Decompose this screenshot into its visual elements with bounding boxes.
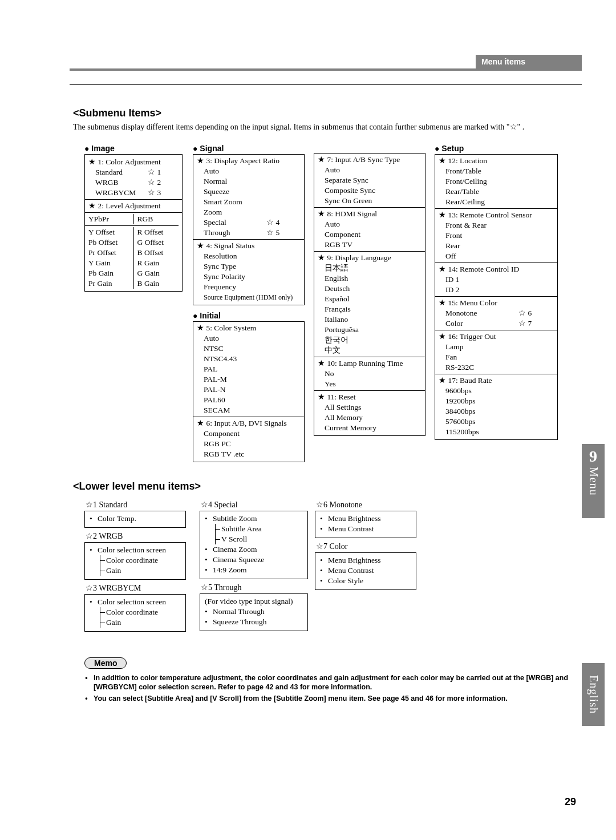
lang-ja: 日本語: [318, 263, 422, 273]
memo-note-1: In addition to color temperature adjustm…: [94, 673, 573, 692]
reset-allmem: All Memory: [318, 413, 422, 423]
trig-fan: Fan: [439, 352, 554, 362]
l3-cc: Color coordinate: [106, 607, 181, 617]
side-tab-chapter: 9 Menu: [582, 444, 605, 518]
image-heading: ● Image: [84, 144, 183, 153]
thin-rule-top: [70, 84, 582, 85]
pb-offset: Pb Offset: [88, 237, 131, 248]
ss-synctype: Sync Type: [197, 261, 301, 272]
dvi-component: Component: [197, 429, 301, 439]
star11: ★ 11: Reset: [318, 392, 422, 402]
b-gain: B Gain: [137, 278, 177, 289]
img-std-mark: ☆ 1: [148, 168, 161, 176]
l2-gain: Gain: [106, 566, 181, 576]
lang-pt: Portuguêsa: [318, 325, 422, 335]
reset-cur: Current Memory: [318, 423, 422, 433]
l4-cinezoom: Cinema Zoom: [205, 544, 303, 555]
star1: ★ 1: Color Adjustment: [88, 156, 179, 167]
loc-rt: Rear/Table: [439, 187, 554, 197]
baud-115200: 115200bps: [439, 427, 554, 437]
l3-gain: Gain: [106, 617, 181, 628]
rcid-2: ID 2: [439, 285, 554, 295]
lang-de: Deutsch: [318, 284, 422, 294]
l2-css: Color selection screen: [98, 546, 166, 554]
l5-normal: Normal Through: [205, 607, 303, 617]
l7-contrast: Menu Contrast: [320, 566, 411, 576]
pr-offset: Pr Offset: [88, 248, 131, 258]
star15: ★ 15: Menu Color: [439, 298, 554, 308]
baud-9600: 9600bps: [439, 386, 554, 396]
l4-149: 14:9 Zoom: [205, 565, 303, 575]
reset-all: All Settings: [318, 402, 422, 413]
header-rule: [70, 68, 582, 71]
l6-bright: Menu Brightness: [320, 514, 411, 524]
lamp-yes: Yes: [318, 379, 422, 389]
memo-badge: Memo: [84, 657, 127, 669]
ss-syncpol: Sync Polarity: [197, 272, 301, 282]
star5: ★ 5: Color System: [197, 323, 301, 333]
aspect-auto: Auto: [197, 166, 301, 176]
l2-cc: Color coordinate: [106, 555, 181, 566]
lang-label: English: [587, 675, 600, 714]
mc-color-mark: ☆ 7: [518, 319, 532, 328]
trig-lamp: Lamp: [439, 342, 554, 352]
hdmi-comp: Component: [318, 229, 422, 240]
mc-mono: Monotone: [445, 308, 518, 318]
lamp-no: No: [318, 369, 422, 379]
l1-colortemp: Color Temp.: [90, 514, 181, 524]
aspect-smartzoom: Smart Zoom: [197, 197, 301, 207]
lang-ko: 한국어: [318, 335, 422, 345]
rcs-r: Rear: [439, 241, 554, 251]
r-offset: R Offset: [137, 227, 177, 237]
img-wrgbycm-mark: ☆ 3: [148, 188, 161, 197]
sync-auto: Auto: [318, 165, 422, 175]
ss-freq: Frequency: [197, 282, 301, 292]
loc-ft: Front/Table: [439, 166, 554, 176]
l4-vscroll: V Scroll: [221, 534, 303, 544]
l4-subarea: Subtitle Area: [221, 524, 303, 534]
star13: ★ 13: Remote Control Sensor: [439, 210, 554, 220]
l6-title: ☆6 Monotone: [316, 500, 416, 510]
section-intro: The submenus display different items dep…: [73, 122, 573, 132]
baud-19200: 19200bps: [439, 396, 554, 406]
side-tab-lang: English: [582, 663, 605, 726]
star12: ★ 12: Location: [439, 156, 554, 166]
l2-title: ☆2 WRGB: [86, 531, 186, 541]
dvi-rgbpc: RGB PC: [197, 439, 301, 449]
baud-38400: 38400bps: [439, 406, 554, 417]
l3-title: ☆3 WRGBYCM: [86, 583, 186, 593]
chapter-name: Menu: [587, 467, 600, 502]
l7-bright: Menu Brightness: [320, 555, 411, 566]
ss-srceq: Source Equipment (HDMI only): [197, 292, 301, 302]
star2: ★ 2: Level Adjustment: [88, 201, 179, 211]
y-offset: Y Offset: [88, 227, 131, 237]
memo-note-2: You can select [Subtitle Area] and [V Sc…: [94, 694, 573, 703]
hdmi-auto: Auto: [318, 219, 422, 229]
aspect-through: Through: [204, 228, 266, 238]
aspect-special-mark: ☆ 4: [266, 218, 279, 227]
pb-gain: Pb Gain: [88, 268, 131, 278]
g-offset: G Offset: [137, 237, 177, 248]
rcs-f: Front: [439, 231, 554, 241]
l1-title: ☆1 Standard: [86, 500, 186, 510]
rcid-1: ID 1: [439, 274, 554, 285]
baud-57600: 57600bps: [439, 417, 554, 427]
section-title-submenu: <Submenu Items>: [73, 107, 161, 119]
lang-fr: Français: [318, 304, 422, 314]
star4: ★ 4: Signal Status: [197, 241, 301, 251]
star8: ★ 8: HDMI Signal: [318, 209, 422, 219]
img-wrgb: WRGB: [88, 177, 148, 188]
star16: ★ 16: Trigger Out: [439, 332, 554, 342]
hdmi-rgbtv: RGB TV: [318, 240, 422, 250]
cs-auto: Auto: [197, 333, 301, 344]
l4-cinesq: Cinema Squeeze: [205, 555, 303, 565]
cs-ntsc: NTSC: [197, 344, 301, 354]
loc-fc: Front/Ceiling: [439, 176, 554, 187]
mc-color: Color: [445, 318, 518, 329]
cs-secam: SECAM: [197, 405, 301, 415]
cs-pal60: PAL60: [197, 395, 301, 405]
mc-mono-mark: ☆ 6: [518, 309, 532, 317]
ss-res: Resolution: [197, 251, 301, 261]
col-rgb: RGB: [137, 214, 177, 224]
star14: ★ 14: Remote Control ID: [439, 264, 554, 274]
